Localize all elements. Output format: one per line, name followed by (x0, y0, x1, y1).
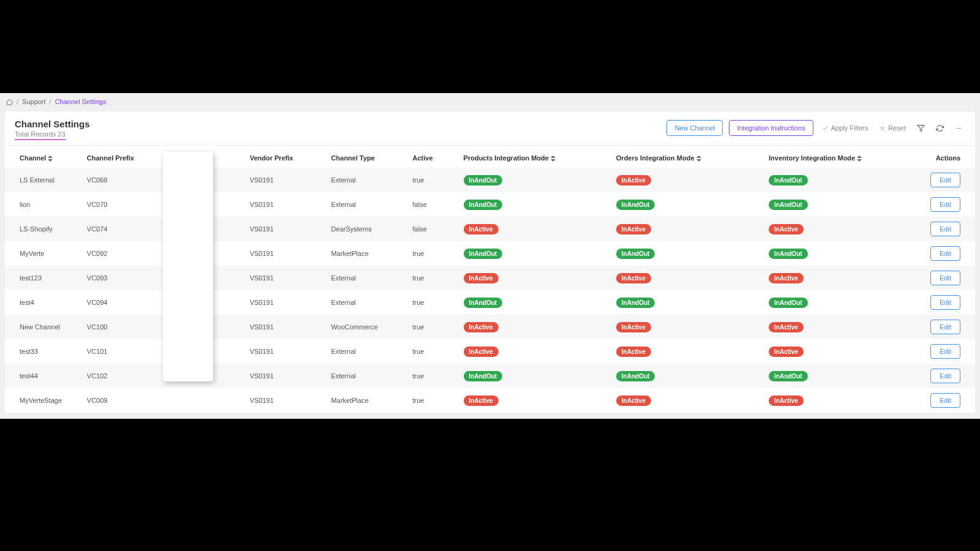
cell-channel: test4 (5, 290, 80, 315)
status-pill: InAndOut (769, 200, 808, 210)
edit-button[interactable]: Edit (930, 271, 960, 285)
cell-channel-type: External (324, 364, 405, 388)
cell-actions: Edit (914, 217, 975, 241)
col-header-channel[interactable]: Channel (5, 146, 80, 168)
cell-inventory-mode: InAndOut (761, 192, 914, 217)
cell-channel: test123 (5, 266, 80, 290)
col-header-orders-mode[interactable]: Orders Integration Mode (609, 146, 761, 168)
status-pill: InAndOut (464, 298, 503, 308)
cell-channel: test33 (5, 339, 80, 364)
edit-button[interactable]: Edit (930, 173, 960, 187)
cell-channel-prefix: VC101 (80, 339, 168, 364)
status-pill: InActive (616, 347, 651, 357)
cell-vendor-prefix: VS0191 (243, 290, 324, 315)
cell-inventory-mode: InAndOut (761, 290, 914, 315)
status-pill: InActive (464, 224, 499, 234)
cell-channel: MyVerteStage (5, 388, 80, 413)
cell-actions: Edit (914, 168, 975, 192)
status-pill: InAndOut (464, 200, 503, 210)
cell-inventory-mode: InAndOut (761, 241, 914, 266)
status-pill: InActive (616, 322, 651, 332)
integration-instructions-button[interactable]: Integration Instructions (729, 120, 813, 136)
cell-actions: Edit (914, 266, 975, 290)
status-pill: InAndOut (769, 298, 808, 308)
channel-settings-card: Channel Settings Total Records 23 New Ch… (5, 111, 975, 413)
reset-label: Reset (888, 124, 906, 132)
edit-button[interactable]: Edit (930, 246, 960, 261)
cell-products-mode: InAndOut (456, 168, 609, 192)
vendor-dropdown-panel[interactable] (163, 152, 213, 381)
edit-button[interactable]: Edit (930, 320, 960, 334)
table-row: test4VC094VS0191ExternaltrueInAndOutInAn… (5, 290, 975, 315)
reset-button[interactable]: Reset (876, 122, 908, 134)
status-pill: InAndOut (616, 249, 655, 259)
collapse-icon[interactable] (952, 122, 965, 135)
col-header-channel-type[interactable]: Channel Type (324, 146, 405, 168)
cell-products-mode: InActive (456, 217, 609, 241)
cell-orders-mode: InAndOut (609, 192, 761, 217)
home-icon[interactable] (6, 99, 13, 105)
status-pill: InActive (769, 395, 804, 406)
col-header-inventory-mode[interactable]: Inventory Integration Mode (761, 146, 914, 168)
apply-filters-button[interactable]: Apply Filters (820, 122, 871, 134)
cell-vendor (168, 388, 243, 413)
cell-vendor-prefix: VS0191 (243, 339, 324, 364)
card-header: Channel Settings Total Records 23 New Ch… (5, 111, 975, 146)
cell-actions: Edit (914, 388, 975, 413)
cell-active: true (405, 364, 456, 388)
breadcrumb-separator: / (50, 98, 51, 105)
edit-button[interactable]: Edit (930, 344, 960, 359)
cell-vendor-prefix: VS0191 (243, 241, 324, 266)
status-pill: InActive (769, 224, 804, 234)
status-pill: InActive (616, 273, 651, 283)
col-header-products-mode[interactable]: Products Integration Mode (456, 146, 609, 168)
cell-inventory-mode: InAndOut (761, 364, 914, 388)
edit-button[interactable]: Edit (930, 222, 960, 236)
cell-actions: Edit (914, 241, 975, 266)
table-row: test123VC093VS0191ExternaltrueInActiveIn… (5, 266, 975, 290)
status-pill: InAndOut (464, 249, 503, 259)
col-header-channel-prefix[interactable]: Channel Prefix (80, 146, 168, 168)
cell-actions: Edit (914, 192, 975, 217)
edit-button[interactable]: Edit (930, 393, 960, 408)
cell-channel-type: External (324, 192, 405, 217)
cell-orders-mode: InActive (609, 217, 761, 241)
cell-orders-mode: InAndOut (609, 290, 761, 315)
cell-products-mode: InAndOut (456, 192, 609, 217)
filter-icon[interactable] (914, 122, 927, 135)
status-pill: InActive (616, 224, 651, 234)
cell-channel-prefix: VC070 (80, 192, 168, 217)
cell-vendor-prefix: VS0191 (243, 192, 324, 217)
new-channel-button[interactable]: New Channel (666, 120, 723, 136)
cell-channel-type: DearSystems (324, 217, 405, 241)
cell-actions: Edit (914, 290, 975, 315)
status-pill: InActive (464, 273, 499, 283)
sort-icon (696, 156, 701, 162)
table-row: lionVC070VS0191ExternalfalseInAndOutInAn… (5, 192, 975, 217)
svg-marker-2 (918, 125, 924, 131)
cell-vendor-prefix: VS0191 (243, 266, 324, 290)
cell-channel-prefix: VC102 (80, 364, 168, 388)
edit-button[interactable]: Edit (930, 197, 960, 212)
cell-vendor-prefix: VS0191 (243, 364, 324, 388)
status-pill: InAndOut (769, 175, 808, 186)
cell-orders-mode: InActive (609, 168, 761, 192)
col-header-vendor-prefix[interactable]: Vendor Prefix (243, 146, 324, 168)
breadcrumb-support[interactable]: Support (22, 98, 46, 105)
status-pill: InActive (464, 347, 499, 357)
col-header-active[interactable]: Active (405, 146, 456, 168)
cell-channel-prefix: VC068 (80, 168, 168, 192)
cell-channel: lion (5, 192, 80, 217)
status-pill: InActive (616, 175, 651, 186)
page-title: Channel Settings (15, 119, 90, 129)
cell-products-mode: InActive (456, 339, 609, 364)
edit-button[interactable]: Edit (930, 369, 960, 383)
refresh-icon[interactable] (933, 122, 946, 135)
cell-active: true (405, 241, 456, 266)
status-pill: InActive (464, 322, 499, 332)
table-row: test44VC102VS0191ExternaltrueInAndOutInA… (5, 364, 975, 388)
cell-inventory-mode: InActive (761, 315, 914, 339)
edit-button[interactable]: Edit (930, 295, 960, 310)
status-pill: InActive (616, 395, 651, 406)
cell-channel: LS-Shopify (5, 217, 80, 241)
